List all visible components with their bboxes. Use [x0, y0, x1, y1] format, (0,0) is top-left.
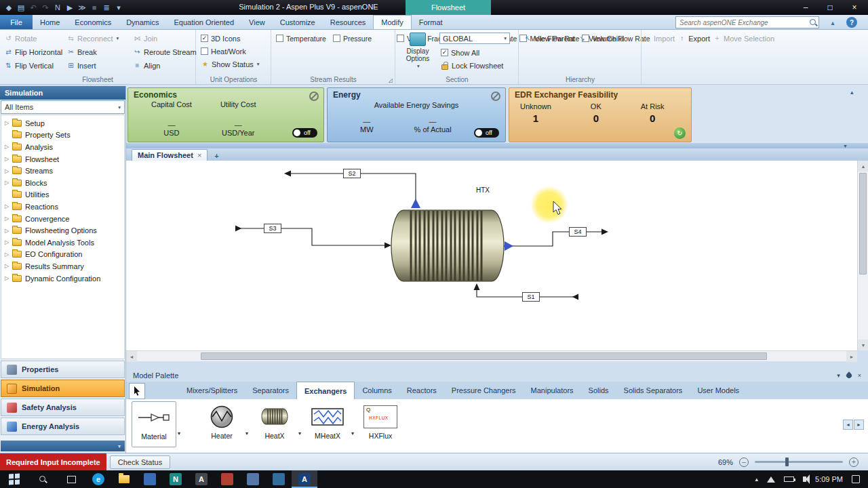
palette-tab-manipulators[interactable]: Manipulators — [524, 382, 581, 399]
collapse-dashboard-icon[interactable]: ▴ — [850, 89, 854, 96]
properties-nav-button[interactable]: Properties — [1, 361, 125, 378]
tree-item-streams[interactable]: ▷Streams — [1, 165, 124, 177]
taskbar-app-aspen-properties[interactable]: A — [189, 470, 214, 488]
palette-tab-pressure-changers[interactable]: Pressure Changers — [444, 382, 524, 399]
expander-icon[interactable]: ▷ — [5, 228, 12, 234]
task-view-button[interactable] — [57, 470, 85, 488]
tree-filter-select[interactable]: All Items▾ — [1, 100, 125, 114]
ribbon-tab-dynamics[interactable]: Dynamics — [119, 15, 166, 29]
break-button[interactable]: ✂Break — [65, 45, 132, 58]
maximize-button[interactable]: □ — [818, 0, 842, 15]
stream-label-s2[interactable]: S2 — [343, 169, 361, 178]
notification-center-icon[interactable] — [852, 475, 860, 483]
reroute-stream-button[interactable]: ↪Reroute Stream — [132, 45, 193, 58]
dashboard-splitter[interactable]: ▼ — [126, 143, 868, 148]
search-icon[interactable] — [808, 17, 818, 28]
palette-tab-solids-separators[interactable]: Solids Separators — [616, 382, 690, 399]
palette-collapse-icon[interactable]: ▾ — [837, 372, 840, 379]
expander-icon[interactable]: ▷ — [5, 203, 12, 209]
tree-item-flowsheeting-options[interactable]: ▷Flowsheeting Options — [1, 224, 124, 237]
volume-icon[interactable] — [803, 476, 806, 482]
quick-access-dropdown-icon[interactable]: ▾ — [113, 2, 125, 14]
mheatx-dropdown-icon[interactable]: ▾ — [351, 430, 354, 436]
scroll-left-icon[interactable]: ◄ — [126, 351, 137, 362]
palette-pin-icon[interactable] — [845, 371, 852, 379]
export-button[interactable]: ↑Export — [676, 32, 711, 45]
flowsheet-canvas[interactable]: S2 S3 S4 S1 HTX — [126, 161, 857, 350]
undo-icon[interactable]: ↶ — [27, 2, 39, 14]
zoom-in-button[interactable]: + — [849, 458, 859, 467]
energy-toggle[interactable]: off — [474, 128, 499, 138]
ribbon-tab-file[interactable]: File — [0, 15, 33, 29]
palette-item-heatx[interactable]: HeatX — [252, 401, 297, 440]
control-panel-icon[interactable]: ≣ — [100, 2, 113, 14]
import-button[interactable]: ↓Import — [642, 32, 676, 45]
palette-tab-reactors[interactable]: Reactors — [399, 382, 444, 399]
tree-item-eo-configuration[interactable]: ▷EO Configuration — [1, 249, 124, 261]
flip-horizontal-button[interactable]: ⇄Flip Horizontal — [3, 45, 65, 58]
expander-icon[interactable]: ▷ — [5, 263, 12, 269]
tree-item-blocks[interactable]: ▷Blocks — [1, 177, 124, 189]
scroll-up-icon[interactable]: ▲ — [858, 161, 868, 171]
taskbar-clock[interactable]: 5:09 PM — [815, 475, 843, 483]
tab-main-flowsheet[interactable]: Main Flowsheet × — [132, 149, 208, 161]
palette-tab-exchangers[interactable]: Exchangers — [296, 382, 355, 399]
nav-pane-options-strip[interactable]: ▾ — [1, 441, 125, 451]
checkbox-show-all[interactable]: ✓Show All — [439, 46, 515, 59]
fast-forward-icon[interactable]: ≫ — [76, 2, 88, 14]
simulation-nav-button[interactable]: Simulation — [1, 380, 125, 397]
section-scope-select[interactable]: GLOBAL▾ — [439, 33, 510, 44]
start-button[interactable] — [0, 470, 28, 488]
block-label-htx[interactable]: HTX — [476, 186, 490, 194]
close-button[interactable]: × — [842, 0, 867, 15]
redo-icon[interactable]: ↷ — [39, 2, 52, 14]
palette-item-mheatx[interactable]: MHeatX — [305, 401, 350, 440]
stream-label-s4[interactable]: S4 — [569, 227, 587, 237]
material-dropdown-icon[interactable]: ▾ — [178, 430, 180, 436]
insert-button[interactable]: ⊞Insert — [65, 59, 132, 72]
show-status-dropdown-icon[interactable]: ▾ — [257, 61, 260, 67]
taskbar-app-aspen-plus[interactable]: A — [292, 470, 317, 488]
edr-refresh-icon[interactable]: ↻ — [674, 127, 686, 139]
check-status-button[interactable]: Check Status — [110, 455, 170, 469]
new-tab-button[interactable]: + — [210, 150, 222, 161]
tree-item-convergence[interactable]: ▷Convergence — [1, 213, 124, 225]
display-options-button[interactable]: Display Options ▾ — [399, 33, 437, 73]
stream-label-s3[interactable]: S3 — [264, 224, 281, 233]
save-icon[interactable]: ▤ — [15, 2, 27, 14]
tree-item-dynamic-configuration[interactable]: ▷Dynamic Configuration — [1, 272, 124, 285]
view-child-button[interactable]: ↘View Child — [576, 32, 642, 45]
taskbar-app-slate[interactable] — [240, 470, 266, 488]
palette-tab-separators[interactable]: Separators — [245, 382, 296, 399]
canvas-horizontal-scrollbar[interactable]: ◄ ► — [126, 350, 857, 361]
ribbon-tab-resources[interactable]: Resources — [323, 15, 374, 29]
tree-item-utilities[interactable]: Utilities — [1, 189, 124, 201]
tree-item-reactions[interactable]: ▷Reactions — [1, 201, 124, 213]
move-selection-button[interactable]: +Move Selection — [711, 32, 776, 45]
expander-icon[interactable]: ▷ — [5, 120, 12, 126]
taskbar-app-store[interactable] — [137, 470, 163, 488]
ribbon-tab-home[interactable]: Home — [33, 15, 67, 29]
checkbox-temperature[interactable]: Temperature — [275, 32, 332, 45]
palette-item-material[interactable]: Material — [132, 401, 176, 447]
battery-icon[interactable] — [784, 476, 794, 482]
taskbar-search-button[interactable] — [28, 470, 57, 488]
expander-icon[interactable]: ▷ — [5, 216, 12, 222]
palette-item-heater[interactable]: Heater — [199, 401, 244, 440]
taskbar-app-aspen-one[interactable]: N — [163, 470, 189, 488]
collapse-ribbon-icon[interactable]: ▴ — [827, 17, 838, 28]
zoom-slider[interactable] — [755, 461, 843, 463]
view-parent-button[interactable]: ↖View Parent — [522, 32, 576, 45]
taskbar-app-edge[interactable]: e — [85, 470, 111, 488]
expander-icon[interactable]: ▷ — [5, 144, 12, 150]
palette-item-hxflux[interactable]: Q HXFLUX HXFlux — [358, 401, 403, 440]
expander-icon[interactable]: ▷ — [5, 156, 12, 162]
rotate-button[interactable]: ↺Rotate — [3, 32, 65, 45]
economics-toggle[interactable]: off — [292, 128, 317, 138]
tree-item-setup[interactable]: ▷Setup — [1, 117, 124, 129]
checkbox-heat-work[interactable]: Heat/Work — [199, 45, 268, 58]
flowsheet-context-tab[interactable]: Flowsheet — [406, 0, 491, 15]
zoom-out-button[interactable]: – — [739, 458, 749, 467]
lock-flowsheet-button[interactable]: Lock Flowsheet — [439, 59, 515, 72]
palette-tab-user-models[interactable]: User Models — [690, 382, 747, 399]
